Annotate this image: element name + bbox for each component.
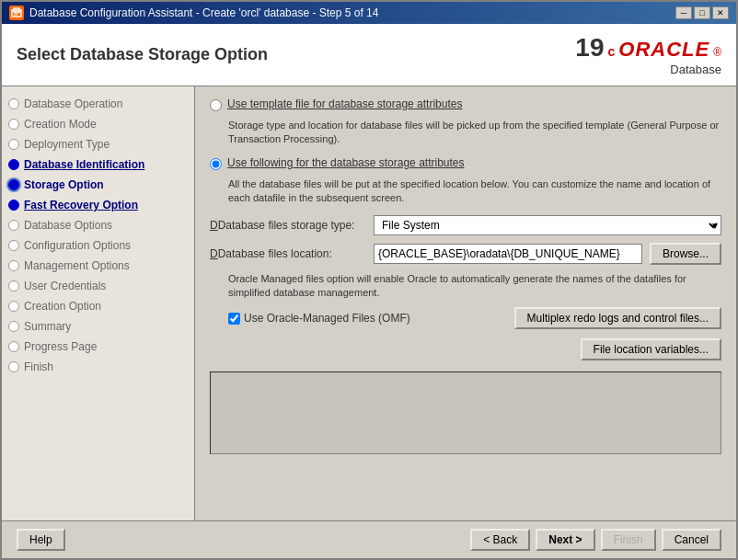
sidebar-item-storage-option: Storage Option: [2, 175, 194, 195]
storage-type-row: DDatabase files storage type: File Syste…: [210, 215, 721, 235]
sidebar-item-creation-mode: Creation Mode: [2, 114, 194, 134]
title-bar: Database Configuration Assistant - Creat…: [2, 2, 736, 24]
omf-checkbox-label-row: Use Oracle-Managed Files (OMF): [228, 312, 410, 325]
minimize-button[interactable]: ─: [675, 6, 692, 19]
sidebar-item-summary: Summary: [2, 316, 194, 337]
sidebar-item-finish: Finish: [2, 357, 194, 377]
sidebar-item-management-options: Management Options: [2, 256, 194, 276]
storage-location-row: DDatabase files location: Browse...: [210, 243, 721, 265]
sidebar: Database Operation Creation Mode Deploym…: [2, 86, 195, 520]
omf-checkbox-row: Use Oracle-Managed Files (OMF) Multiplex…: [228, 307, 721, 329]
footer-nav-buttons: < Back Next > Finish Cancel: [470, 529, 721, 551]
storage-type-select[interactable]: File System: [374, 215, 721, 235]
omf-checkbox-label[interactable]: Use Oracle-Managed Files (OMF): [244, 312, 410, 325]
storage-location-input[interactable]: [374, 244, 642, 264]
storage-type-select-wrapper: File System ▼: [374, 215, 721, 235]
file-location-variables-button[interactable]: File location variables...: [581, 338, 721, 360]
window-controls: ─ □ ✕: [675, 6, 729, 19]
oracle-super: c: [607, 44, 615, 59]
radio-option-1: Use template file for database storage a…: [210, 97, 721, 111]
sidebar-link-database-identification[interactable]: Database Identification: [24, 158, 144, 171]
multiplex-button[interactable]: Multiplex redo logs and control files...: [514, 307, 721, 329]
sidebar-item-creation-option: Creation Option: [2, 296, 194, 316]
sidebar-item-label: Database Options: [24, 219, 112, 232]
sidebar-item-label: Summary: [24, 320, 71, 333]
footer: Help < Back Next > Finish Cancel: [2, 520, 736, 558]
radio-template-label[interactable]: Use template file for database storage a…: [227, 97, 462, 110]
main-window: Database Configuration Assistant - Creat…: [0, 0, 738, 560]
content-area: Use template file for database storage a…: [195, 86, 736, 520]
storage-type-label-text: Database files storage type:: [218, 219, 355, 232]
sidebar-item-progress-page: Progress Page: [2, 337, 194, 357]
oracle-version: 19: [575, 33, 604, 63]
sidebar-item-label: User Credentials: [24, 280, 106, 292]
sidebar-item-label: Progress Page: [24, 340, 97, 353]
omf-checkbox[interactable]: [228, 313, 240, 325]
radio-use-following-description: All the database files will be put at th…: [228, 177, 721, 206]
close-button[interactable]: ✕: [712, 6, 729, 19]
empty-preview-area: [210, 371, 721, 454]
sidebar-item-label: Management Options: [24, 259, 130, 272]
file-location-row: File location variables...: [210, 338, 721, 360]
cancel-button[interactable]: Cancel: [662, 529, 721, 551]
next-button[interactable]: Next >: [536, 529, 594, 551]
oracle-db-label: Database: [575, 63, 721, 76]
radio-template-file[interactable]: [210, 99, 222, 111]
radio-use-following-label[interactable]: Use following for the database storage a…: [227, 156, 464, 169]
app-icon: [9, 6, 24, 20]
radio-option-2: Use following for the database storage a…: [210, 156, 721, 170]
sidebar-item-label: Database Operation: [24, 97, 122, 110]
window-title: Database Configuration Assistant - Creat…: [29, 6, 378, 19]
title-bar-left: Database Configuration Assistant - Creat…: [9, 6, 378, 20]
sidebar-item-database-options: Database Options: [2, 215, 194, 235]
sidebar-item-label: Finish: [24, 360, 53, 373]
radio-use-following[interactable]: [210, 158, 222, 170]
sidebar-item-deployment-type: Deployment Type: [2, 134, 194, 154]
header: Select Database Storage Option 19c ORACL…: [2, 24, 736, 86]
storage-location-label-text: Database files location:: [218, 247, 332, 260]
oracle-logo: 19c ORACLE® Database: [575, 33, 721, 76]
finish-button[interactable]: Finish: [601, 529, 656, 551]
help-button[interactable]: Help: [17, 529, 65, 551]
sidebar-item-fast-recovery-option[interactable]: Fast Recovery Option: [2, 195, 194, 215]
storage-type-label: DDatabase files storage type:: [210, 219, 366, 232]
main-content: Database Operation Creation Mode Deploym…: [2, 86, 736, 520]
radio-template-description: Storage type and location for database f…: [228, 119, 721, 147]
browse-button[interactable]: Browse...: [650, 243, 721, 265]
back-button[interactable]: < Back: [470, 529, 530, 551]
sidebar-item-database-identification[interactable]: Database Identification: [2, 154, 194, 175]
omf-description: Oracle Managed files option will enable …: [228, 272, 721, 301]
sidebar-link-fast-recovery-option[interactable]: Fast Recovery Option: [24, 199, 138, 211]
sidebar-item-user-credentials: User Credentials: [2, 276, 194, 296]
sidebar-item-label: Storage Option: [24, 178, 104, 191]
sidebar-item-label: Creation Option: [24, 300, 101, 313]
sidebar-item-label: Creation Mode: [24, 118, 97, 131]
maximize-button[interactable]: □: [694, 6, 710, 19]
sidebar-item-configuration-options: Configuration Options: [2, 235, 194, 256]
sidebar-item-database-operation: Database Operation: [2, 94, 194, 114]
omf-section: Oracle Managed files option will enable …: [210, 272, 721, 330]
page-title: Select Database Storage Option: [17, 45, 268, 64]
oracle-brand: ORACLE: [618, 38, 709, 62]
sidebar-item-label: Deployment Type: [24, 138, 110, 151]
sidebar-item-label: Configuration Options: [24, 239, 131, 252]
storage-location-label: DDatabase files location:: [210, 247, 366, 260]
